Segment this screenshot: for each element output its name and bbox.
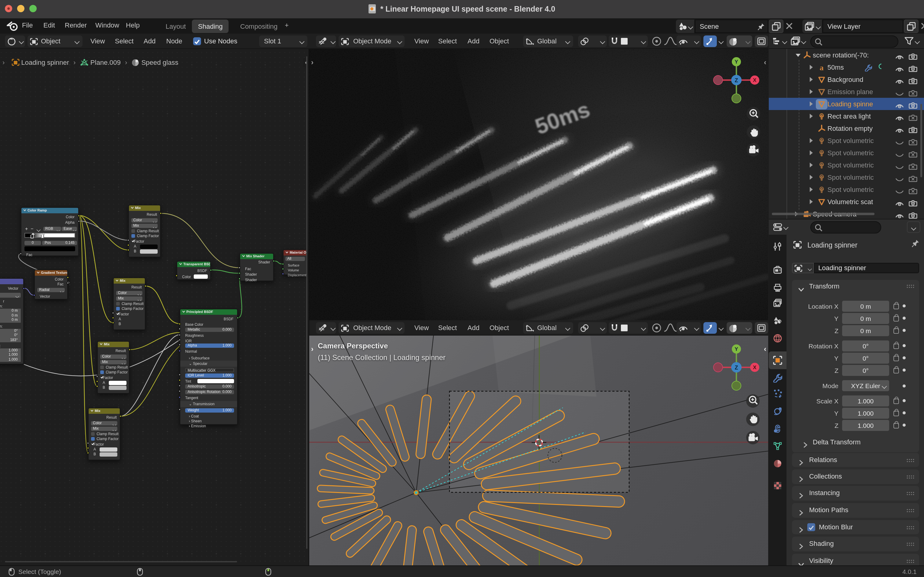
svg-text:Y: Y: [734, 346, 738, 352]
svg-text:a: a: [820, 64, 824, 71]
svg-text:Y: Y: [734, 59, 738, 65]
svg-text:X: X: [753, 364, 757, 370]
svg-text:Z: Z: [735, 364, 738, 371]
svg-text:X: X: [753, 77, 757, 83]
svg-text:Z: Z: [735, 77, 738, 84]
